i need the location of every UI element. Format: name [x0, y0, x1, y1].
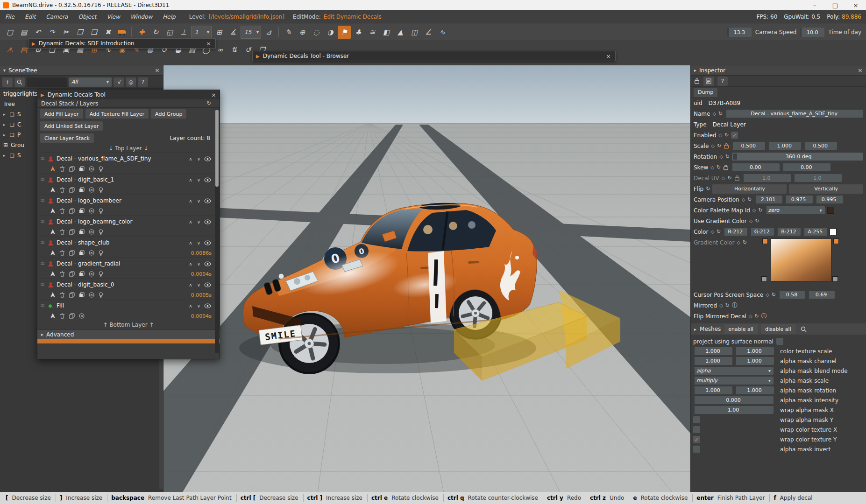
gradient-color-editor[interactable]: Gradient Color — [691, 237, 866, 289]
color-g-input[interactable]: G:212 — [750, 228, 774, 236]
close-icon[interactable]: × — [858, 67, 863, 74]
move-layer-down-button[interactable] — [196, 177, 201, 182]
decals-window-scrollbar[interactable] — [215, 109, 219, 353]
remove-layer-icon[interactable] — [89, 187, 94, 193]
color-a-input[interactable]: A:255 — [803, 228, 827, 236]
keyframe-diamond-icon[interactable] — [719, 303, 723, 308]
camera-pos-z-input[interactable]: 0.995 — [815, 196, 843, 203]
menu-file[interactable]: File — [0, 10, 20, 23]
time-of-day-input[interactable]: 10.0 — [800, 28, 824, 37]
grid-size-select[interactable]: 1 — [191, 26, 212, 39]
remove-layer-icon[interactable] — [89, 250, 94, 256]
scale-gizmo-icon[interactable]: ◱ — [163, 26, 176, 39]
decal-layer-row[interactable]: Decal - gradient_radial — [37, 258, 220, 279]
move-layer-down-button[interactable] — [196, 240, 201, 245]
param-checkbox[interactable] — [693, 436, 700, 443]
delete-layer-icon[interactable] — [60, 250, 65, 256]
rotate-gizmo-icon[interactable]: ↻ — [149, 26, 162, 39]
clear-layer-stack-button[interactable]: Clear Layer Stack — [40, 133, 94, 143]
remove-layer-icon[interactable] — [89, 271, 94, 277]
rotation-slider[interactable]: -360.0 deg — [732, 153, 863, 161]
viewport-scene[interactable]: 0 0 SMILE — [163, 65, 690, 492]
skew-x-input[interactable]: 0.00 — [731, 163, 780, 171]
reset-icon[interactable] — [724, 132, 729, 138]
select-layer-icon[interactable] — [50, 292, 56, 298]
skew-y-input[interactable]: 0.00 — [782, 163, 831, 171]
dump-button[interactable]: Dump — [694, 88, 717, 97]
gradient-tool-icon[interactable]: ◑ — [324, 26, 337, 39]
chevron-right-icon[interactable]: ▸ — [3, 133, 7, 137]
layer-visibility-eye-icon[interactable] — [204, 156, 211, 161]
mesh-tool-icon[interactable]: ▲ — [394, 26, 407, 39]
duplicate-layer-icon[interactable] — [79, 271, 85, 277]
drag-handle-icon[interactable] — [40, 218, 45, 225]
move-layer-up-button[interactable] — [188, 156, 193, 161]
camera-speed-input[interactable]: 13.3 — [727, 28, 752, 37]
duplicate-layer-icon[interactable] — [79, 208, 85, 214]
cursor-y-input[interactable]: 0.69 — [808, 291, 835, 299]
close-icon[interactable]: × — [605, 53, 612, 60]
layer-highlight-icon[interactable] — [99, 166, 103, 172]
delete-icon[interactable]: ✖ — [101, 26, 114, 39]
menu-window[interactable]: Window — [125, 10, 157, 23]
decal-layer-row[interactable]: Decal - digit_basic_0 — [37, 279, 220, 300]
select-layer-icon[interactable] — [50, 208, 56, 214]
search-icon[interactable] — [801, 326, 807, 332]
help-icon[interactable]: ? — [717, 77, 728, 86]
measure-tool-icon[interactable]: ∠ — [422, 26, 435, 39]
copy-layer-icon[interactable] — [69, 271, 75, 277]
move-layer-down-button[interactable] — [196, 303, 201, 308]
palette-swatch[interactable] — [827, 207, 834, 214]
move-layer-up-button[interactable] — [188, 219, 193, 224]
layer-highlight-icon[interactable] — [99, 250, 103, 256]
reset-icon[interactable] — [706, 186, 710, 192]
decal-layer-row[interactable]: Decal - various_flame_A_SDF_tiny — [37, 153, 220, 174]
palette-select[interactable]: zero — [765, 206, 825, 214]
reset-icon[interactable] — [725, 302, 730, 308]
close-icon[interactable]: × — [211, 91, 216, 98]
delete-layer-icon[interactable] — [60, 187, 65, 193]
cursor-x-input[interactable]: 0.58 — [778, 291, 805, 299]
terrain-tools-icon[interactable]: ≋ — [366, 26, 379, 39]
delete-layer-icon[interactable] — [60, 292, 65, 298]
layer-visibility-eye-icon[interactable] — [204, 303, 211, 308]
flip-vertical-button[interactable]: Vertically — [789, 184, 863, 194]
chevron-right-icon[interactable]: ▸ — [3, 112, 7, 117]
duplicate-layer-icon[interactable] — [79, 187, 85, 193]
color-b-input[interactable]: B:212 — [776, 228, 801, 236]
decal-layer-row[interactable]: Decal - shape_club — [37, 237, 220, 258]
remove-layer-icon[interactable] — [79, 313, 85, 319]
copy-layer-icon[interactable] — [69, 292, 75, 298]
keyframe-diamond-icon[interactable] — [710, 165, 714, 170]
duplicate-layer-icon[interactable] — [79, 229, 85, 235]
decals-browser-window-tab[interactable]: ▶ Dynamic Decals Tool - Browser × — [252, 51, 616, 61]
keyframe-diamond-icon[interactable] — [752, 208, 756, 213]
close-icon[interactable]: × — [205, 40, 212, 47]
menu-camera[interactable]: Camera — [41, 10, 73, 23]
move-layer-up-button[interactable] — [188, 282, 193, 287]
param-checkbox[interactable] — [693, 446, 700, 453]
name-input[interactable]: Decal - various_flame_A_SDF_tiny — [725, 110, 863, 118]
duplicate-layer-icon[interactable] — [79, 292, 85, 298]
copy-layer-icon[interactable] — [69, 208, 75, 214]
layer-highlight-icon[interactable] — [99, 187, 103, 193]
copy-layer-icon[interactable] — [69, 166, 75, 172]
layer-visibility-eye-icon[interactable] — [204, 219, 211, 224]
menu-help[interactable]: Help — [157, 10, 180, 23]
select-layer-icon[interactable] — [50, 271, 56, 277]
close-button[interactable]: × — [845, 0, 866, 10]
road-tool-icon[interactable]: ∿ — [436, 26, 449, 39]
chevron-right-icon[interactable]: ▸ — [3, 153, 7, 158]
reset-icon[interactable] — [755, 218, 759, 224]
decal-layer-row[interactable]: Fill — [37, 300, 220, 321]
refresh-icon[interactable] — [207, 100, 211, 106]
drag-handle-icon[interactable] — [40, 155, 45, 162]
reset-icon[interactable] — [717, 164, 721, 170]
dynamic-decals-tool-icon[interactable]: ⚑ — [338, 26, 351, 39]
redo-icon[interactable]: ↷ — [45, 26, 58, 39]
open-level-icon[interactable]: ▤ — [17, 26, 30, 39]
layer-visibility-eye-icon[interactable] — [204, 282, 211, 287]
move-layer-up-button[interactable] — [188, 303, 193, 308]
drag-handle-icon[interactable] — [40, 239, 45, 246]
layer-visibility-eye-icon[interactable] — [204, 198, 211, 203]
